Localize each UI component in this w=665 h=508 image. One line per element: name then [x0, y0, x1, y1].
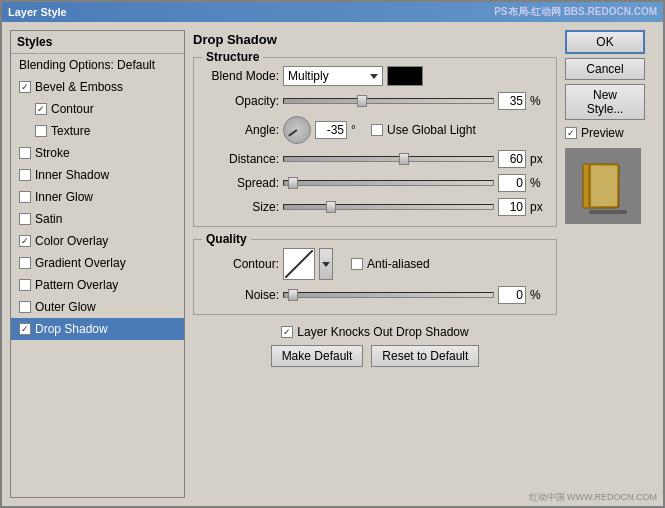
spread-value[interactable]: 0 — [498, 174, 526, 192]
sidebar-item-stroke[interactable]: Stroke — [11, 142, 184, 164]
inner-glow-checkbox[interactable] — [19, 191, 31, 203]
noise-value[interactable]: 0 — [498, 286, 526, 304]
title-bar-right: PS布局-红动网 BBS.REDOCN.COM — [494, 5, 657, 19]
sidebar-item-gradient-overlay[interactable]: Gradient Overlay — [11, 252, 184, 274]
distance-value[interactable]: 60 — [498, 150, 526, 168]
layer-knocks-row: Layer Knocks Out Drop Shadow — [193, 325, 557, 339]
blend-mode-control: Multiply — [283, 66, 546, 86]
outer-glow-checkbox[interactable] — [19, 301, 31, 313]
structure-box: Structure Blend Mode: Multiply Opacity: — [193, 57, 557, 227]
noise-control: 0 % — [283, 286, 546, 304]
spread-control: 0 % — [283, 174, 546, 192]
sidebar-item-color-overlay[interactable]: Color Overlay — [11, 230, 184, 252]
blend-mode-dropdown[interactable]: Multiply — [283, 66, 383, 86]
structure-title: Structure — [202, 50, 263, 64]
layer-style-window: Layer Style PS布局-红动网 BBS.REDOCN.COM Styl… — [0, 0, 665, 508]
button-row: Make Default Reset to Default — [193, 345, 557, 367]
watermark: 红动中国 WWW.REDOCN.COM — [529, 491, 658, 504]
inner-shadow-checkbox[interactable] — [19, 169, 31, 181]
color-overlay-checkbox[interactable] — [19, 235, 31, 247]
color-overlay-label: Color Overlay — [35, 234, 108, 248]
window-title: Layer Style — [8, 6, 67, 18]
pattern-overlay-checkbox[interactable] — [19, 279, 31, 291]
spread-slider-track[interactable] — [283, 180, 494, 186]
sidebar-item-bevel[interactable]: Bevel & Emboss — [11, 76, 184, 98]
texture-checkbox[interactable] — [35, 125, 47, 137]
stroke-checkbox[interactable] — [19, 147, 31, 159]
styles-list: Blending Options: Default Bevel & Emboss… — [11, 54, 184, 497]
texture-label: Texture — [51, 124, 90, 138]
opacity-unit: % — [530, 94, 546, 108]
contour-dropdown-btn[interactable] — [319, 248, 333, 280]
blend-mode-label: Blend Mode: — [204, 69, 279, 83]
size-slider-track[interactable] — [283, 204, 494, 210]
size-value[interactable]: 10 — [498, 198, 526, 216]
anti-alias-label: Anti-aliased — [367, 257, 430, 271]
contour-label: Contour — [51, 102, 94, 116]
satin-checkbox[interactable] — [19, 213, 31, 225]
ok-button[interactable]: OK — [565, 30, 645, 54]
sidebar-item-contour[interactable]: Contour — [11, 98, 184, 120]
new-style-button[interactable]: New Style... — [565, 84, 645, 120]
blend-mode-row: Blend Mode: Multiply — [204, 66, 546, 86]
noise-slider-container — [283, 292, 494, 298]
contour-preview[interactable] — [283, 248, 315, 280]
preview-checkbox[interactable] — [565, 127, 577, 139]
anti-alias-check[interactable]: Anti-aliased — [351, 257, 430, 271]
angle-dial[interactable] — [283, 116, 311, 144]
window-body: Styles Blending Options: Default Bevel &… — [2, 22, 663, 506]
layer-knocks-checkbox[interactable] — [281, 326, 293, 338]
sidebar-item-inner-glow[interactable]: Inner Glow — [11, 186, 184, 208]
drop-shadow-checkbox[interactable] — [19, 323, 31, 335]
noise-slider-thumb[interactable] — [288, 289, 298, 301]
make-default-button[interactable]: Make Default — [271, 345, 364, 367]
anti-alias-checkbox[interactable] — [351, 258, 363, 270]
contour-label: Contour: — [204, 257, 279, 271]
spread-unit: % — [530, 176, 546, 190]
blend-mode-value: Multiply — [288, 69, 329, 83]
cancel-button[interactable]: Cancel — [565, 58, 645, 80]
global-light-check[interactable]: Use Global Light — [371, 123, 476, 137]
distance-slider-track[interactable] — [283, 156, 494, 162]
satin-label: Satin — [35, 212, 62, 226]
sidebar-item-drop-shadow[interactable]: Drop Shadow — [11, 318, 184, 340]
size-slider-thumb[interactable] — [326, 201, 336, 213]
right-panel: OK Cancel New Style... Preview — [565, 30, 655, 498]
section-main-title: Drop Shadow — [193, 30, 557, 51]
angle-unit: ° — [351, 123, 367, 137]
title-bar: Layer Style PS布局-红动网 BBS.REDOCN.COM — [2, 2, 663, 22]
angle-row: Angle: -35 ° Use Global Light — [204, 116, 546, 144]
global-light-checkbox[interactable] — [371, 124, 383, 136]
opacity-slider-thumb[interactable] — [357, 95, 367, 107]
preview-check[interactable]: Preview — [565, 126, 655, 140]
angle-line-icon — [288, 129, 297, 136]
size-slider-container — [283, 204, 494, 210]
blend-color-swatch[interactable] — [387, 66, 423, 86]
sidebar-item-texture[interactable]: Texture — [11, 120, 184, 142]
angle-value[interactable]: -35 — [315, 121, 347, 139]
sidebar-item-inner-shadow[interactable]: Inner Shadow — [11, 164, 184, 186]
styles-header: Styles — [11, 31, 184, 54]
svg-rect-6 — [589, 210, 627, 214]
gradient-overlay-checkbox[interactable] — [19, 257, 31, 269]
spread-slider-thumb[interactable] — [288, 177, 298, 189]
sidebar-item-pattern-overlay[interactable]: Pattern Overlay — [11, 274, 184, 296]
svg-rect-4 — [591, 166, 617, 206]
opacity-slider-track[interactable] — [283, 98, 494, 104]
reset-default-button[interactable]: Reset to Default — [371, 345, 479, 367]
noise-slider-track[interactable] — [283, 292, 494, 298]
inner-glow-label: Inner Glow — [35, 190, 93, 204]
noise-row: Noise: 0 % — [204, 286, 546, 304]
sidebar-item-blending[interactable]: Blending Options: Default — [11, 54, 184, 76]
opacity-label: Opacity: — [204, 94, 279, 108]
size-label: Size: — [204, 200, 279, 214]
opacity-value[interactable]: 35 — [498, 92, 526, 110]
sidebar-item-satin[interactable]: Satin — [11, 208, 184, 230]
distance-row: Distance: 60 px — [204, 150, 546, 168]
blend-mode-arrow-icon — [370, 74, 378, 79]
sidebar-item-outer-glow[interactable]: Outer Glow — [11, 296, 184, 318]
contour-checkbox[interactable] — [35, 103, 47, 115]
quality-title: Quality — [202, 232, 251, 246]
bevel-checkbox[interactable] — [19, 81, 31, 93]
distance-slider-thumb[interactable] — [399, 153, 409, 165]
